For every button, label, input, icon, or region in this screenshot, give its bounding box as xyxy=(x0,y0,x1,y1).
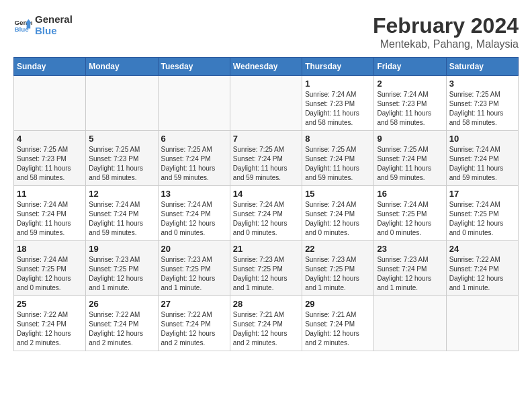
day-number: 8 xyxy=(305,134,371,144)
day-info: Sunrise: 7:24 AM Sunset: 7:24 PM Dayligh… xyxy=(305,200,371,238)
logo: General Blue General Blue xyxy=(13,13,73,36)
calendar-cell: 25Sunrise: 7:22 AM Sunset: 7:24 PM Dayli… xyxy=(14,296,86,351)
day-info: Sunrise: 7:21 AM Sunset: 7:24 PM Dayligh… xyxy=(233,310,299,348)
day-number: 7 xyxy=(233,134,299,144)
day-number: 15 xyxy=(305,189,371,199)
day-info: Sunrise: 7:22 AM Sunset: 7:24 PM Dayligh… xyxy=(89,310,154,348)
day-info: Sunrise: 7:25 AM Sunset: 7:24 PM Dayligh… xyxy=(161,145,227,183)
weekday-header-wednesday: Wednesday xyxy=(230,58,302,76)
calendar-cell: 15Sunrise: 7:24 AM Sunset: 7:24 PM Dayli… xyxy=(302,186,374,241)
day-number: 6 xyxy=(161,134,227,144)
day-number: 4 xyxy=(17,134,83,144)
day-info: Sunrise: 7:23 AM Sunset: 7:24 PM Dayligh… xyxy=(377,255,443,293)
calendar-cell: 20Sunrise: 7:23 AM Sunset: 7:25 PM Dayli… xyxy=(158,241,230,296)
day-info: Sunrise: 7:24 AM Sunset: 7:24 PM Dayligh… xyxy=(233,200,299,238)
calendar-cell: 2Sunrise: 7:24 AM Sunset: 7:23 PM Daylig… xyxy=(374,76,446,131)
calendar-cell: 23Sunrise: 7:23 AM Sunset: 7:24 PM Dayli… xyxy=(374,241,446,296)
calendar-cell: 29Sunrise: 7:21 AM Sunset: 7:24 PM Dayli… xyxy=(302,296,374,351)
day-info: Sunrise: 7:22 AM Sunset: 7:24 PM Dayligh… xyxy=(17,310,83,348)
day-info: Sunrise: 7:24 AM Sunset: 7:25 PM Dayligh… xyxy=(449,200,515,238)
day-info: Sunrise: 7:25 AM Sunset: 7:23 PM Dayligh… xyxy=(17,145,83,183)
calendar-cell: 21Sunrise: 7:23 AM Sunset: 7:25 PM Dayli… xyxy=(230,241,302,296)
day-number: 18 xyxy=(17,244,83,254)
calendar-cell: 13Sunrise: 7:24 AM Sunset: 7:24 PM Dayli… xyxy=(158,186,230,241)
day-number: 24 xyxy=(449,244,515,254)
logo-text-general: General xyxy=(35,13,73,25)
title-section: February 2024 Mentekab, Pahang, Malaysia xyxy=(373,13,519,50)
weekday-header-thursday: Thursday xyxy=(302,58,374,76)
day-info: Sunrise: 7:23 AM Sunset: 7:25 PM Dayligh… xyxy=(161,255,227,293)
location-subtitle: Mentekab, Pahang, Malaysia xyxy=(373,38,519,50)
day-number: 10 xyxy=(449,134,515,144)
calendar-cell: 6Sunrise: 7:25 AM Sunset: 7:24 PM Daylig… xyxy=(158,131,230,186)
day-info: Sunrise: 7:25 AM Sunset: 7:23 PM Dayligh… xyxy=(89,145,154,183)
calendar-cell: 27Sunrise: 7:22 AM Sunset: 7:24 PM Dayli… xyxy=(158,296,230,351)
day-info: Sunrise: 7:24 AM Sunset: 7:24 PM Dayligh… xyxy=(17,200,83,238)
calendar-week-row: 4Sunrise: 7:25 AM Sunset: 7:23 PM Daylig… xyxy=(14,131,519,186)
calendar-cell: 12Sunrise: 7:24 AM Sunset: 7:24 PM Dayli… xyxy=(86,186,158,241)
day-number: 9 xyxy=(377,134,443,144)
logo-text-blue: Blue xyxy=(35,25,73,36)
calendar-cell: 19Sunrise: 7:23 AM Sunset: 7:25 PM Dayli… xyxy=(86,241,158,296)
day-number: 17 xyxy=(449,189,515,199)
day-info: Sunrise: 7:22 AM Sunset: 7:24 PM Dayligh… xyxy=(161,310,227,348)
calendar-cell: 4Sunrise: 7:25 AM Sunset: 7:23 PM Daylig… xyxy=(14,131,86,186)
calendar-body: 1Sunrise: 7:24 AM Sunset: 7:23 PM Daylig… xyxy=(14,76,519,351)
month-year-title: February 2024 xyxy=(373,13,519,38)
day-number: 26 xyxy=(89,299,154,309)
day-info: Sunrise: 7:23 AM Sunset: 7:25 PM Dayligh… xyxy=(233,255,299,293)
day-number: 14 xyxy=(233,189,299,199)
calendar-cell: 16Sunrise: 7:24 AM Sunset: 7:25 PM Dayli… xyxy=(374,186,446,241)
day-number: 28 xyxy=(233,299,299,309)
day-info: Sunrise: 7:23 AM Sunset: 7:25 PM Dayligh… xyxy=(89,255,154,293)
calendar-cell: 24Sunrise: 7:22 AM Sunset: 7:24 PM Dayli… xyxy=(446,241,518,296)
header: General Blue General Blue February 2024 … xyxy=(13,13,519,50)
calendar-cell: 28Sunrise: 7:21 AM Sunset: 7:24 PM Dayli… xyxy=(230,296,302,351)
day-number: 11 xyxy=(17,189,83,199)
day-info: Sunrise: 7:25 AM Sunset: 7:24 PM Dayligh… xyxy=(377,145,443,183)
day-number: 2 xyxy=(377,79,443,89)
calendar-cell xyxy=(230,76,302,131)
day-info: Sunrise: 7:24 AM Sunset: 7:23 PM Dayligh… xyxy=(305,90,371,128)
day-number: 3 xyxy=(449,79,515,89)
day-info: Sunrise: 7:22 AM Sunset: 7:24 PM Dayligh… xyxy=(449,255,515,293)
weekday-header-saturday: Saturday xyxy=(446,58,518,76)
day-number: 22 xyxy=(305,244,371,254)
day-number: 16 xyxy=(377,189,443,199)
calendar-cell: 8Sunrise: 7:25 AM Sunset: 7:24 PM Daylig… xyxy=(302,131,374,186)
day-number: 25 xyxy=(17,299,83,309)
day-info: Sunrise: 7:24 AM Sunset: 7:25 PM Dayligh… xyxy=(17,255,83,293)
calendar-cell: 26Sunrise: 7:22 AM Sunset: 7:24 PM Dayli… xyxy=(86,296,158,351)
day-number: 20 xyxy=(161,244,227,254)
calendar-cell: 7Sunrise: 7:25 AM Sunset: 7:24 PM Daylig… xyxy=(230,131,302,186)
day-number: 27 xyxy=(161,299,227,309)
day-info: Sunrise: 7:24 AM Sunset: 7:24 PM Dayligh… xyxy=(449,145,515,183)
day-number: 13 xyxy=(161,189,227,199)
calendar-cell: 3Sunrise: 7:25 AM Sunset: 7:23 PM Daylig… xyxy=(446,76,518,131)
day-info: Sunrise: 7:25 AM Sunset: 7:24 PM Dayligh… xyxy=(305,145,371,183)
day-number: 19 xyxy=(89,244,154,254)
calendar-cell xyxy=(446,296,518,351)
calendar-week-row: 25Sunrise: 7:22 AM Sunset: 7:24 PM Dayli… xyxy=(14,296,519,351)
calendar-cell xyxy=(158,76,230,131)
calendar-cell: 17Sunrise: 7:24 AM Sunset: 7:25 PM Dayli… xyxy=(446,186,518,241)
day-number: 1 xyxy=(305,79,371,89)
calendar-cell xyxy=(14,76,86,131)
logo-icon: General Blue xyxy=(13,15,32,34)
day-info: Sunrise: 7:25 AM Sunset: 7:23 PM Dayligh… xyxy=(449,90,515,128)
day-number: 12 xyxy=(89,189,154,199)
day-info: Sunrise: 7:21 AM Sunset: 7:24 PM Dayligh… xyxy=(305,310,371,348)
weekday-header-row: SundayMondayTuesdayWednesdayThursdayFrid… xyxy=(14,58,519,76)
day-number: 29 xyxy=(305,299,371,309)
calendar-cell: 11Sunrise: 7:24 AM Sunset: 7:24 PM Dayli… xyxy=(14,186,86,241)
day-number: 5 xyxy=(89,134,154,144)
day-info: Sunrise: 7:25 AM Sunset: 7:24 PM Dayligh… xyxy=(233,145,299,183)
weekday-header-friday: Friday xyxy=(374,58,446,76)
day-info: Sunrise: 7:24 AM Sunset: 7:25 PM Dayligh… xyxy=(377,200,443,238)
calendar-table: SundayMondayTuesdayWednesdayThursdayFrid… xyxy=(13,57,519,351)
calendar-week-row: 1Sunrise: 7:24 AM Sunset: 7:23 PM Daylig… xyxy=(14,76,519,131)
calendar-cell: 5Sunrise: 7:25 AM Sunset: 7:23 PM Daylig… xyxy=(86,131,158,186)
calendar-week-row: 18Sunrise: 7:24 AM Sunset: 7:25 PM Dayli… xyxy=(14,241,519,296)
day-info: Sunrise: 7:24 AM Sunset: 7:24 PM Dayligh… xyxy=(161,200,227,238)
day-info: Sunrise: 7:23 AM Sunset: 7:25 PM Dayligh… xyxy=(305,255,371,293)
